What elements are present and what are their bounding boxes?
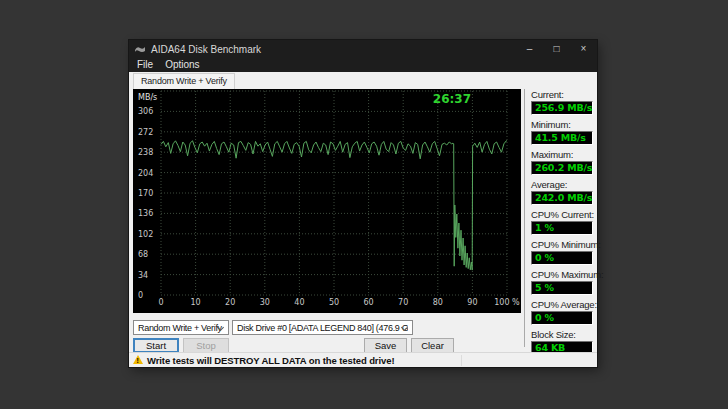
title-bar: AIDA64 Disk Benchmark – □ ×	[129, 40, 597, 58]
stat-label: Current:	[531, 89, 593, 100]
drive-select-value: Disk Drive #0 [ADATA LEGEND 840] (476.9 …	[237, 323, 408, 333]
svg-text:50: 50	[329, 298, 339, 307]
client-area: Random Write + Verify 010203040506070809…	[129, 72, 597, 367]
stat-label: CPU% Current:	[531, 209, 593, 220]
stat-maximum: Maximum: 260.2 MB/s	[531, 149, 593, 175]
svg-text:68: 68	[138, 250, 148, 259]
svg-text:204: 204	[138, 169, 153, 178]
svg-text:80: 80	[433, 298, 443, 307]
clear-button[interactable]: Clear	[411, 338, 454, 353]
test-type-select[interactable]: Random Write + Verify	[133, 320, 229, 335]
benchmark-chart: 0102030405060708090100 %3062722382041701…	[133, 89, 521, 313]
stat-label: Minimum:	[531, 119, 593, 130]
start-button[interactable]: Start	[133, 338, 179, 353]
stat-cpu-current: CPU% Current: 1 %	[531, 209, 593, 235]
status-message: Write tests will DESTROY ALL DATA on the…	[147, 355, 394, 366]
svg-text:170: 170	[138, 189, 153, 198]
warning-icon-mark: !	[137, 357, 139, 364]
drive-select[interactable]: Disk Drive #0 [ADATA LEGEND 840] (476.9 …	[232, 320, 413, 335]
aida64-disk-benchmark-window: AIDA64 Disk Benchmark – □ × File Options…	[129, 40, 597, 367]
status-bar: ! Write tests will DESTROY ALL DATA on t…	[129, 352, 597, 367]
app-icon	[134, 44, 146, 54]
stat-label: Maximum:	[531, 149, 593, 160]
menu-bar: File Options	[129, 58, 597, 72]
desktop: { "window": { "title": "AIDA64 Disk Benc…	[0, 0, 728, 409]
svg-text:0: 0	[158, 298, 163, 307]
svg-text:34: 34	[138, 271, 148, 280]
stat-average: Average: 242.0 MB/s	[531, 179, 593, 205]
tab-random-write-verify[interactable]: Random Write + Verify	[133, 73, 235, 89]
stop-button[interactable]: Stop	[183, 338, 229, 353]
svg-text:102: 102	[138, 230, 153, 239]
benchmark-plot: 0102030405060708090100 %3062722382041701…	[133, 89, 521, 313]
svg-text:0: 0	[138, 291, 143, 300]
stat-label: Block Size:	[531, 329, 593, 340]
stat-value: 0 %	[531, 251, 593, 265]
stats-panel: Current: 256.9 MB/s Minimum: 41.5 MB/s M…	[531, 89, 593, 359]
test-type-value: Random Write + Verify	[138, 323, 224, 333]
minimize-icon[interactable]: –	[516, 40, 543, 58]
elapsed-time: 26:37	[433, 92, 471, 106]
stat-label: CPU% Maximum:	[531, 269, 593, 280]
stat-value: 41.5 MB/s	[531, 131, 593, 145]
stat-label: CPU% Minimum:	[531, 239, 593, 250]
save-button[interactable]: Save	[364, 338, 407, 353]
svg-text:306: 306	[138, 107, 153, 116]
stat-value: 5 %	[531, 281, 593, 295]
window-title: AIDA64 Disk Benchmark	[151, 44, 516, 55]
stat-cpu-maximum: CPU% Maximum: 5 %	[531, 269, 593, 295]
svg-text:238: 238	[138, 148, 153, 157]
svg-text:30: 30	[260, 298, 270, 307]
svg-text:40: 40	[294, 298, 304, 307]
stat-value: 0 %	[531, 311, 593, 325]
menu-file[interactable]: File	[131, 58, 159, 72]
stat-label: CPU% Average:	[531, 299, 593, 310]
status-bar-divider	[461, 355, 462, 366]
stat-current: Current: 256.9 MB/s	[531, 89, 593, 115]
stat-minimum: Minimum: 41.5 MB/s	[531, 119, 593, 145]
stat-value: 256.9 MB/s	[531, 101, 593, 115]
close-icon[interactable]: ×	[570, 40, 597, 58]
stat-cpu-average: CPU% Average: 0 %	[531, 299, 593, 325]
stat-value: 1 %	[531, 221, 593, 235]
menu-options[interactable]: Options	[159, 58, 205, 72]
svg-text:60: 60	[364, 298, 374, 307]
svg-text:10: 10	[191, 298, 201, 307]
svg-text:136: 136	[138, 209, 153, 218]
svg-text:272: 272	[138, 128, 153, 137]
stat-label: Average:	[531, 179, 593, 190]
stat-cpu-minimum: CPU% Minimum: 0 %	[531, 239, 593, 265]
svg-text:MB/s: MB/s	[138, 93, 157, 102]
panel-divider	[524, 89, 525, 347]
stat-value: 260.2 MB/s	[531, 161, 593, 175]
svg-text:20: 20	[225, 298, 235, 307]
warning-icon: !	[133, 355, 143, 364]
maximize-icon[interactable]: □	[543, 40, 570, 58]
svg-text:70: 70	[398, 298, 408, 307]
svg-text:100 %: 100 %	[494, 298, 520, 307]
svg-text:90: 90	[467, 298, 477, 307]
stat-value: 242.0 MB/s	[531, 191, 593, 205]
